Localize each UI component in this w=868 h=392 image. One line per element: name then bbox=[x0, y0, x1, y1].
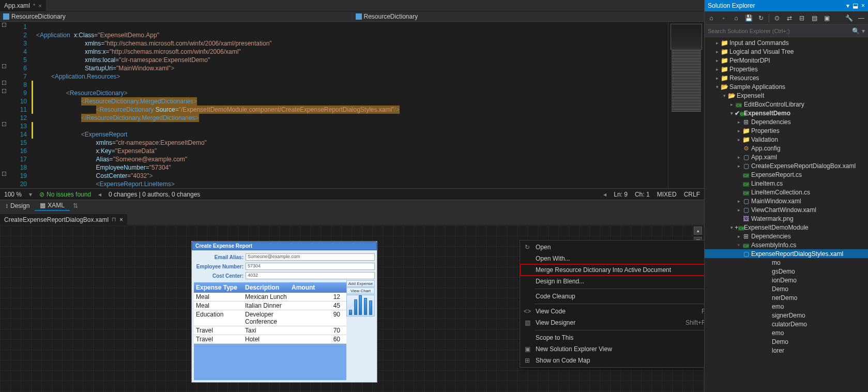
zoom-level[interactable]: 100 % bbox=[4, 191, 22, 198]
code-content[interactable]: <Application x:Class="ExpenseItDemo.App"… bbox=[34, 22, 668, 188]
tree-node-hidden[interactable]: signerDemo bbox=[705, 311, 868, 320]
save-icon[interactable]: 💾 bbox=[744, 13, 753, 23]
expand-icon[interactable]: ▸ bbox=[736, 234, 742, 239]
tree-node-hidden[interactable]: emo bbox=[705, 328, 868, 337]
tree-node-hidden[interactable]: nerDemo bbox=[705, 293, 868, 302]
chevron-down-icon[interactable]: ▾ bbox=[862, 27, 865, 35]
tree-node-expreport[interactable]: C#ExpenseReport.cs bbox=[705, 170, 868, 179]
tree-node-hidden[interactable]: Demo bbox=[705, 284, 868, 293]
sync-icon[interactable]: ⌂ bbox=[732, 13, 741, 23]
ctx-code-cleanup[interactable]: Code Cleanup ▸ bbox=[520, 291, 704, 302]
input-costcenter[interactable]: 4032 bbox=[246, 272, 375, 279]
ctx-design-blend[interactable]: Design in Blend... bbox=[520, 276, 704, 287]
tree-node-hidden[interactable]: ionDemo bbox=[705, 276, 868, 284]
expand-icon[interactable]: ▸ bbox=[714, 76, 720, 81]
expand-icon[interactable]: ▾ bbox=[714, 84, 720, 89]
tree-node-logvis[interactable]: ▸📁Logical and Visual Tree bbox=[705, 47, 868, 56]
properties-icon[interactable]: ▤ bbox=[810, 13, 819, 23]
ctx-open-with[interactable]: Open With... bbox=[520, 253, 704, 264]
wrench-icon[interactable]: 🔧 bbox=[844, 13, 854, 23]
ctx-open[interactable]: ↻ Open bbox=[520, 242, 704, 253]
encoding-indicator[interactable]: MIXED bbox=[657, 191, 677, 198]
filter-icon[interactable]: ⊙ bbox=[772, 13, 782, 23]
tree-node-sample[interactable]: ▾📂Sample Applications bbox=[705, 82, 868, 91]
dash-icon[interactable]: — bbox=[857, 13, 866, 23]
expand-icon[interactable]: ▸ bbox=[736, 199, 742, 204]
expand-icon[interactable]: ▸ bbox=[736, 163, 742, 169]
fold-toggle[interactable]: - bbox=[2, 89, 6, 93]
table-row[interactable]: TravelTaxi70 bbox=[194, 326, 346, 335]
tree-node-hidden[interactable]: Demo bbox=[705, 337, 868, 346]
tree-node-valid[interactable]: ▸📁Validation bbox=[705, 135, 868, 144]
solution-tree[interactable]: ▸📁Input and Commands▸📁Logical and Visual… bbox=[705, 37, 868, 392]
tree-node-lineitem[interactable]: C#LineItem.cs bbox=[705, 179, 868, 188]
issues-status[interactable]: ⊘ No issues found bbox=[39, 191, 91, 198]
tree-node-res[interactable]: ▸📁Resources bbox=[705, 73, 868, 82]
back-icon[interactable]: ◦ bbox=[719, 13, 728, 23]
tree-node-hidden[interactable]: culatorDemo bbox=[705, 320, 868, 328]
expand-icon[interactable]: ▸ bbox=[736, 155, 742, 160]
ctx-scope[interactable]: Scope to This bbox=[520, 332, 704, 343]
collapse-icon[interactable]: ⊟ bbox=[797, 13, 806, 23]
ctx-view-code[interactable]: <> View Code F7 bbox=[520, 306, 704, 317]
view-chart-button[interactable]: View Chart bbox=[346, 288, 375, 294]
expand-icon[interactable]: ▸ bbox=[736, 207, 742, 213]
tree-node-props2[interactable]: ▸📁Properties bbox=[705, 126, 868, 135]
tree-node-appxaml[interactable]: ▸▢App.xaml bbox=[705, 153, 868, 161]
expand-icon[interactable]: ▸ bbox=[714, 49, 720, 54]
nav-up-icon[interactable]: ▴ bbox=[694, 227, 702, 235]
ctx-new-explorer-view[interactable]: ▣ New Solution Explorer View bbox=[520, 343, 704, 355]
line-indicator[interactable]: Ln: 9 bbox=[614, 191, 628, 198]
minimap[interactable]: ⇕ bbox=[668, 22, 704, 188]
col-indicator[interactable]: Ch: 1 bbox=[635, 191, 650, 198]
table-row[interactable]: EducationDeveloper Conference90 bbox=[194, 310, 346, 326]
expand-icon[interactable]: ▸ bbox=[736, 128, 742, 133]
table-row[interactable]: TravelHotel60 bbox=[194, 335, 346, 344]
tree-node-dep2[interactable]: ▸⊞Dependencies bbox=[705, 232, 868, 240]
search-icon[interactable]: 🔍 bbox=[852, 27, 860, 35]
home-icon[interactable]: ⌂ bbox=[707, 13, 716, 23]
expand-icon[interactable]: ▸ bbox=[714, 67, 720, 72]
expand-icon[interactable]: ▸ bbox=[728, 102, 735, 107]
lineending-indicator[interactable]: CRLF bbox=[684, 191, 700, 198]
tree-node-inputcmd[interactable]: ▸📁Input and Commands bbox=[705, 38, 868, 47]
expand-icon[interactable]: + bbox=[736, 243, 742, 248]
fold-toggle[interactable]: - bbox=[2, 172, 6, 176]
code-editor[interactable]: - - - - - - 1234567 891011121314 1516171… bbox=[0, 22, 704, 188]
fold-toggle[interactable]: - bbox=[2, 64, 6, 68]
tree-node-watermark[interactable]: 🖼Watermark.png bbox=[705, 214, 868, 223]
expand-icon[interactable]: ▸ bbox=[736, 119, 742, 125]
design-tab[interactable]: ↕ Design bbox=[0, 200, 35, 211]
add-expense-button[interactable]: Add Expense bbox=[346, 280, 375, 287]
pin-icon[interactable]: ⊓ bbox=[112, 216, 116, 223]
expand-icon[interactable]: ▾ bbox=[728, 225, 735, 230]
ctx-show-codemap[interactable]: ⊞ Show on Code Map ▸ bbox=[520, 355, 704, 366]
table-row[interactable]: MealMexican Lunch12 bbox=[194, 293, 346, 301]
fold-toggle[interactable]: - bbox=[2, 23, 6, 27]
designer-canvas[interactable]: Create Expense Report Email Alias: Someo… bbox=[0, 225, 704, 392]
tree-node-hidden[interactable]: lorer bbox=[705, 346, 868, 355]
tree-node-mainwin[interactable]: ▸▢MainWindow.xaml bbox=[705, 197, 868, 205]
designer-tab-createdialog[interactable]: CreateExpenseReportDialogBox.xaml ⊓ × bbox=[0, 214, 127, 225]
file-tab-app-xaml[interactable]: App.xaml * × bbox=[0, 0, 46, 11]
expand-icon[interactable]: ▸ bbox=[714, 40, 720, 46]
tree-node-viewchart[interactable]: ▸▢ViewChartWindow.xaml bbox=[705, 205, 868, 214]
ctx-merge-resource-dictionary[interactable]: Merge Resource Dictionary Into Active Do… bbox=[520, 264, 704, 276]
tree-node-hidden[interactable]: mo bbox=[705, 258, 868, 267]
tree-node-dep[interactable]: ▸⊞Dependencies bbox=[705, 117, 868, 126]
ctx-view-designer[interactable]: ▥ View Designer Shift+F7 bbox=[520, 317, 704, 328]
tree-node-demo[interactable]: ▾✔C#ExpenseItDemo bbox=[705, 109, 868, 117]
expand-icon[interactable]: ▾ bbox=[721, 93, 727, 98]
swap-icon[interactable]: ⇅ bbox=[70, 202, 81, 209]
close-icon[interactable]: × bbox=[861, 2, 865, 9]
breadcrumb-left[interactable]: ResourceDictionary bbox=[0, 13, 352, 20]
expand-icon[interactable]: ▾ bbox=[728, 111, 735, 116]
search-input[interactable] bbox=[708, 28, 852, 34]
tree-node-expenseit[interactable]: ▾📂ExpenseIt bbox=[705, 91, 868, 100]
tree-node-editbox[interactable]: ▸C#EditBoxControlLibrary bbox=[705, 100, 868, 109]
expand-icon[interactable]: ▸ bbox=[736, 137, 742, 142]
expand-icon[interactable]: ▸ bbox=[714, 58, 720, 63]
pin-icon[interactable]: ⬓ bbox=[852, 2, 858, 9]
input-alias[interactable]: Someone@example.com bbox=[246, 253, 375, 261]
tree-node-createdlg[interactable]: ▸▢CreateExpenseReportDialogBox.xaml bbox=[705, 161, 868, 170]
